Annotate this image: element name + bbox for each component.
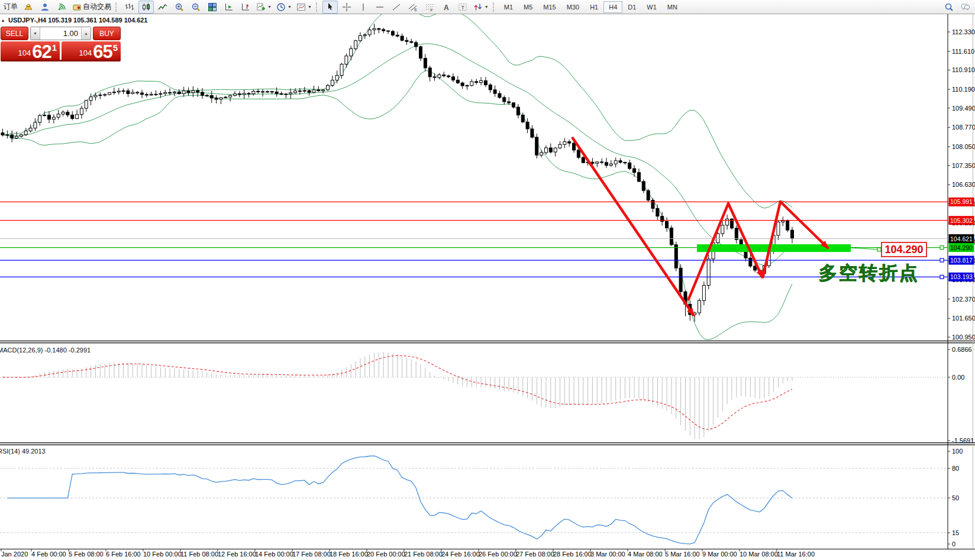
timeframe-d1-button[interactable]: D1 [622,1,641,13]
vertical-line-button[interactable] [356,1,371,14]
rsi-axis-tick: 50 [952,494,959,501]
zoomin-icon [175,2,184,12]
line-handle[interactable] [940,258,944,262]
time-axis[interactable]: Jan 20204 Feb 00:005 Feb 08:006 Feb 16:0… [1,549,815,558]
buy-price-sup: 5 [113,43,118,53]
y-axis-tick: 108.050 [952,143,975,150]
templates-icon [296,2,306,12]
y-axis-tick: 106.630 [952,181,975,188]
chart-canvas[interactable]: 104.290多空转折点112.330111.610110.910110.190… [0,0,975,560]
y-axis-tick: 101.650 [952,315,975,322]
line-handle[interactable] [940,275,944,279]
time-axis-label: 11 Mar 16:00 [777,551,815,558]
line-chart-button[interactable] [155,1,170,14]
mt4-terminal-window: 订单自动交易▼▼▼EFAT▼M1M5M15M30H1H4D1W1MN 104.2… [0,0,975,560]
textT-icon: T [458,2,467,12]
zoom-out-button[interactable] [188,1,204,14]
gold-chart-button[interactable] [21,1,36,14]
autotrading-button[interactable]: 自动交易 [70,1,113,14]
time-axis-label: 4 Mar 08:00 [628,551,663,558]
price-badge-text: 103.193 [950,273,973,280]
equidistant-channel-button[interactable]: E [405,1,421,14]
zoom-in-button[interactable] [172,1,187,14]
y-axis-tick: 109.490 [952,105,975,112]
new-order-button[interactable]: 订单 [2,1,20,14]
y-axis-tick: 107.350 [952,162,975,169]
fibo-icon: F [425,2,434,12]
rsi-axis-tick: 15 [952,529,959,536]
toolbar-grip [316,2,319,12]
indicators-button[interactable]: ▼ [254,1,273,14]
toolbar-grip [115,2,118,12]
y-axis-tick: 110.190 [952,86,975,93]
clock-icon [276,2,286,12]
y-axis-tick: 112.330 [952,28,975,35]
cursor-button[interactable] [322,1,338,14]
sell-button[interactable]: SELL [1,27,28,40]
signal-icon [57,2,66,12]
buy-button[interactable]: BUY [93,27,121,40]
templates-button[interactable]: ▼ [295,1,314,14]
timeframe-h1-button[interactable]: H1 [585,1,603,13]
price-badge-text: 105.991 [950,198,973,205]
volume-field[interactable]: 1.00 [40,27,81,40]
indicators-icon [256,2,266,12]
autoscroll-icon [224,2,234,12]
sell-price-big: 62 [32,44,51,59]
trendline-button[interactable] [389,1,404,14]
chevron-down-icon: ▼ [267,5,272,9]
svg-text:A: A [444,3,449,11]
buy-price-prefix: 104 [79,48,92,57]
chart-shift-button[interactable] [238,1,253,14]
line-handle[interactable] [940,246,944,250]
horizontal-line-button[interactable] [372,1,388,14]
timeframe-m15-button[interactable]: M15 [538,1,561,13]
volume-increase-button[interactable]: ▲ [81,27,91,40]
y-axis-tick: 100.950 [952,334,975,341]
search-button[interactable] [941,1,957,14]
tag-handle[interactable] [877,248,881,251]
crosshair-button[interactable] [339,1,354,14]
rsi-axis-tick: 100 [952,448,963,455]
market-profile-button[interactable] [37,1,53,14]
new-order-label: 订单 [4,2,18,12]
note-text[interactable]: 多空转折点 [819,263,919,283]
timeframe-m30-button[interactable]: M30 [561,1,585,13]
tile-windows-button[interactable] [205,1,220,14]
time-axis-label: 5 Mar 16:00 [665,551,700,558]
crosshair-icon [342,2,351,12]
time-axis-label: 11 Feb 08:00 [180,551,218,558]
time-axis-label: 12 Feb 16:00 [218,551,256,558]
timeframe-m1-button[interactable]: M1 [499,1,518,13]
rsi-axis-tick: 80 [952,465,959,472]
bars-chart-button[interactable] [122,1,137,14]
periods-button[interactable]: ▼ [275,1,293,14]
timeframe-w1-button[interactable]: W1 [641,1,662,13]
collapse-triangle-icon[interactable]: ▴ [2,18,4,23]
arrows-tool-button[interactable]: ▼ [472,1,490,14]
fibonacci-button[interactable]: F [422,1,437,14]
timeframe-h4-button[interactable]: H4 [603,1,622,13]
chevron-down-icon: ▼ [308,5,312,9]
chartshift-icon [241,2,250,12]
timeframe-mn-button[interactable]: MN [662,1,683,13]
text-button[interactable]: A [438,1,454,14]
sell-price-button[interactable]: 104 62 1 [1,41,60,60]
zoomout-icon [191,2,201,12]
time-axis-label: 6 Feb 16:00 [106,551,141,558]
timeframe-m5-button[interactable]: M5 [518,1,538,13]
volume-decrease-button[interactable]: ▼ [31,27,40,40]
candlestick-chart-button[interactable] [138,1,154,14]
vline-icon [359,2,368,12]
text-label-button[interactable]: T [455,1,470,14]
time-axis-label: 20 Feb 00:00 [367,551,405,558]
time-axis-label: 24 Feb 16:00 [441,551,480,558]
toolbar: 订单自动交易▼▼▼EFAT▼M1M5M15M30H1H4D1W1MN [0,0,975,14]
time-axis-label: 3 Mar 00:00 [590,551,625,558]
time-axis-label: 4 Feb 00:00 [31,551,66,558]
buy-price-button[interactable]: 104 65 5 [62,41,121,60]
signals-button[interactable] [54,1,69,14]
chat-button[interactable] [958,1,973,14]
textA-icon: A [441,2,451,12]
auto-scroll-button[interactable] [221,1,237,14]
